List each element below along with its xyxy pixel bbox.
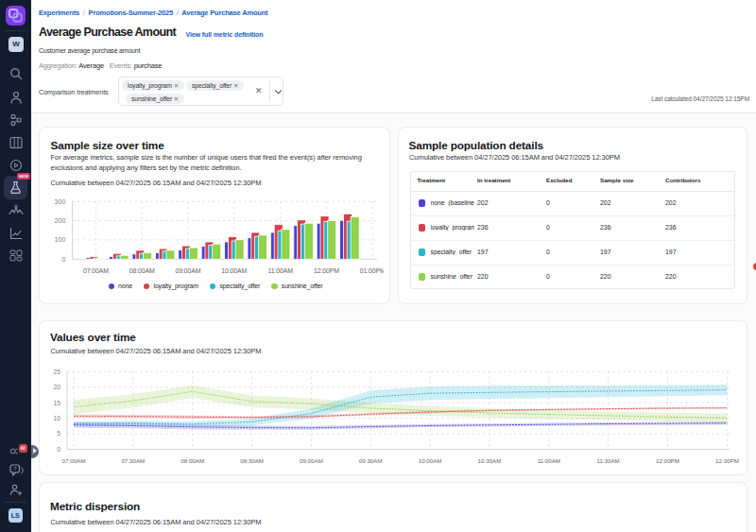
- svg-text:08:30AM: 08:30AM: [240, 457, 264, 464]
- svg-text:10:00AM: 10:00AM: [419, 457, 442, 464]
- svg-text:0: 0: [57, 446, 60, 453]
- svg-text:5: 5: [57, 430, 60, 437]
- svg-text:200: 200: [55, 216, 66, 225]
- svg-text:09:00AM: 09:00AM: [176, 267, 201, 274]
- svg-text:11:00AM: 11:00AM: [267, 267, 293, 274]
- svg-text:09:00AM: 09:00AM: [300, 457, 323, 464]
- svg-text:11:30AM: 11:30AM: [596, 457, 619, 464]
- svg-text:12:00PM: 12:00PM: [314, 267, 339, 274]
- svg-text:07:00AM: 07:00AM: [62, 457, 86, 464]
- svg-text:100: 100: [55, 235, 66, 244]
- svg-text:09:30AM: 09:30AM: [359, 457, 383, 464]
- svg-text:11:00AM: 11:00AM: [538, 457, 560, 464]
- svg-text:?: ?: [13, 466, 17, 472]
- svg-text:15: 15: [54, 400, 61, 406]
- svg-text:10: 10: [54, 415, 61, 421]
- svg-text:07:30AM: 07:30AM: [121, 457, 145, 464]
- svg-text:08:00AM: 08:00AM: [129, 267, 155, 274]
- svg-text:0: 0: [62, 255, 66, 264]
- svg-text:10:30AM: 10:30AM: [478, 457, 502, 464]
- svg-text:300: 300: [55, 197, 66, 206]
- svg-text:07:00AM: 07:00AM: [83, 267, 109, 274]
- svg-text:10:00AM: 10:00AM: [221, 267, 247, 274]
- svg-text:12:00PM: 12:00PM: [656, 457, 679, 464]
- svg-text:08:00AM: 08:00AM: [180, 457, 204, 464]
- svg-text:12:30PM: 12:30PM: [715, 457, 739, 464]
- svg-text:25: 25: [54, 369, 61, 375]
- svg-text:01:00PM: 01:00PM: [360, 267, 384, 274]
- svg-text:20: 20: [54, 384, 61, 390]
